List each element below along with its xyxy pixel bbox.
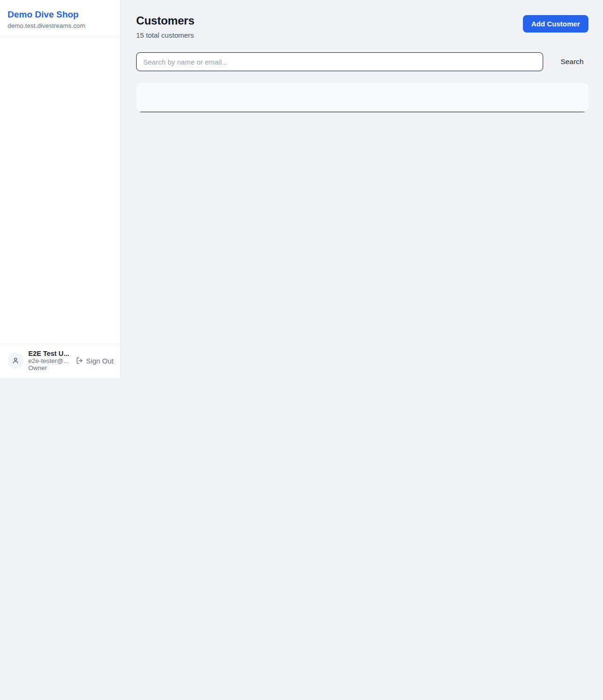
user-email: e2e-tester@... [28,357,71,364]
search-bar: Search [136,52,588,71]
customer-count: 15 total customers [136,31,195,39]
main-content: Customers 15 total customers Add Custome… [121,0,603,112]
sidebar: Demo Dive Shop demo.test.divestreams.com… [0,0,121,378]
add-customer-button[interactable]: Add Customer [523,15,588,33]
sign-out-icon [76,357,83,364]
sign-out-button[interactable]: Sign Out [76,357,114,365]
user-info: E2E Test U... e2e-tester@... Owner [28,350,71,371]
user-role: Owner [28,364,71,371]
table-header-row [136,83,588,112]
customers-table [136,83,588,112]
avatar [8,353,24,369]
search-button[interactable]: Search [556,55,588,69]
page-title: Customers [136,14,195,27]
shop-name-link[interactable]: Demo Dive Shop [8,9,113,20]
search-input[interactable] [136,52,543,71]
person-icon [11,356,20,365]
sidebar-user-footer: E2E Test U... e2e-tester@... Owner Sign … [0,344,120,378]
user-name: E2E Test U... [28,350,71,357]
shop-domain: demo.test.divestreams.com [8,22,113,29]
page-header: Customers 15 total customers Add Custome… [136,14,588,39]
sidebar-nav [0,37,120,344]
sidebar-header: Demo Dive Shop demo.test.divestreams.com [0,0,120,37]
